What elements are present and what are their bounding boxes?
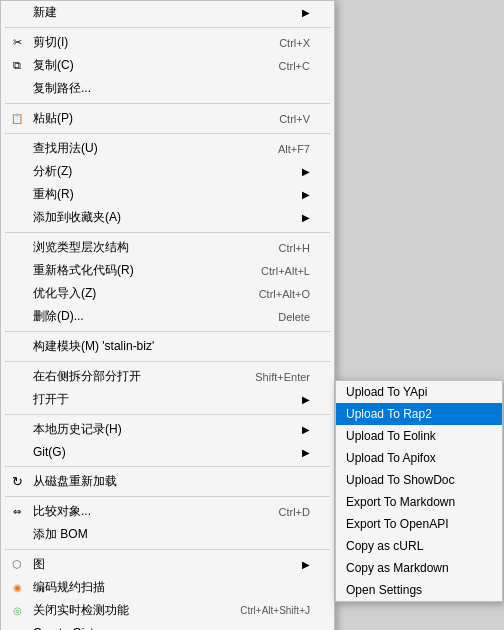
context-menu: 新建 ▶ 剪切(I) Ctrl+X 复制(C) Ctrl+C 复制路径... 粘… (0, 0, 335, 630)
submenu-item-copy-curl[interactable]: Copy as cURL (336, 535, 502, 557)
menu-item-add-bom[interactable]: 添加 BOM (1, 523, 334, 546)
separator-7 (5, 414, 330, 415)
separator-5 (5, 331, 330, 332)
menu-item-cut[interactable]: 剪切(I) Ctrl+X (1, 31, 334, 54)
copy-icon (7, 59, 27, 72)
menu-item-refactor[interactable]: 重构(R) ▶ (1, 183, 334, 206)
menu-item-paste[interactable]: 粘贴(P) Ctrl+V (1, 107, 334, 130)
separator-10 (5, 549, 330, 550)
arrow-icon: ▶ (302, 7, 310, 18)
menu-item-code-rules[interactable]: ◉ 编码规约扫描 (1, 576, 334, 599)
menu-item-create-gist[interactable]: Create Gist... (1, 622, 334, 630)
menu-item-git[interactable]: Git(G) ▶ (1, 441, 334, 463)
menu-item-reload[interactable]: ↻ 从磁盘重新加载 (1, 470, 334, 493)
code-rules-icon: ◉ (7, 582, 27, 593)
menu-item-build-module[interactable]: 构建模块(M) 'stalin-biz' (1, 335, 334, 358)
separator-8 (5, 466, 330, 467)
menu-item-copy-path[interactable]: 复制路径... (1, 77, 334, 100)
submenu-item-export-markdown[interactable]: Export To Markdown (336, 491, 502, 513)
menu-item-reformat[interactable]: 重新格式化代码(R) Ctrl+Alt+L (1, 259, 334, 282)
menu-item-find-usage[interactable]: 查找用法(U) Alt+F7 (1, 137, 334, 160)
arrow-icon-local-history: ▶ (302, 424, 310, 435)
real-time-icon: ◎ (7, 605, 27, 616)
arrow-icon-analyze: ▶ (302, 166, 310, 177)
submenu-item-export-openapi[interactable]: Export To OpenAPI (336, 513, 502, 535)
menu-item-new[interactable]: 新建 ▶ (1, 1, 334, 24)
separator-3 (5, 133, 330, 134)
menu-item-open-in[interactable]: 打开于 ▶ (1, 388, 334, 411)
submenu-item-upload-rap2[interactable]: Upload To Rap2 (336, 403, 502, 425)
menu-item-delete[interactable]: 删除(D)... Delete (1, 305, 334, 328)
separator-6 (5, 361, 330, 362)
arrow-icon-open-in: ▶ (302, 394, 310, 405)
submenu-item-open-settings[interactable]: Open Settings (336, 579, 502, 601)
menu-item-open-split[interactable]: 在右侧拆分部分打开 Shift+Enter (1, 365, 334, 388)
cut-icon (7, 36, 27, 49)
diagram-icon: ⬡ (7, 558, 27, 571)
menu-item-optimize[interactable]: 优化导入(Z) Ctrl+Alt+O (1, 282, 334, 305)
separator-4 (5, 232, 330, 233)
arrow-icon-refactor: ▶ (302, 189, 310, 200)
reload-icon: ↻ (7, 474, 27, 489)
menu-item-copy[interactable]: 复制(C) Ctrl+C (1, 54, 334, 77)
submenu-item-upload-apifox[interactable]: Upload To Apifox (336, 447, 502, 469)
menu-item-real-time[interactable]: ◎ 关闭实时检测功能 Ctrl+Alt+Shift+J (1, 599, 334, 622)
menu-item-analyze[interactable]: 分析(Z) ▶ (1, 160, 334, 183)
separator-1 (5, 27, 330, 28)
separator-2 (5, 103, 330, 104)
submenu-item-upload-yapi[interactable]: Upload To YApi (336, 381, 502, 403)
arrow-icon-diagram: ▶ (302, 559, 310, 570)
menu-item-diagram[interactable]: ⬡ 图 ▶ (1, 553, 334, 576)
submenu-item-copy-markdown[interactable]: Copy as Markdown (336, 557, 502, 579)
submenu-item-upload-eolink[interactable]: Upload To Eolink (336, 425, 502, 447)
submenu-item-upload-showdoc[interactable]: Upload To ShowDoc (336, 469, 502, 491)
paste-icon (7, 113, 27, 124)
menu-item-local-history[interactable]: 本地历史记录(H) ▶ (1, 418, 334, 441)
submenu: Upload To YApi Upload To Rap2 Upload To … (335, 380, 503, 602)
arrow-icon-git: ▶ (302, 447, 310, 458)
menu-item-favorites[interactable]: 添加到收藏夹(A) ▶ (1, 206, 334, 229)
menu-item-compare[interactable]: ⇔ 比较对象... Ctrl+D (1, 500, 334, 523)
compare-icon: ⇔ (7, 506, 27, 517)
separator-9 (5, 496, 330, 497)
menu-item-browse-type[interactable]: 浏览类型层次结构 Ctrl+H (1, 236, 334, 259)
arrow-icon-favorites: ▶ (302, 212, 310, 223)
